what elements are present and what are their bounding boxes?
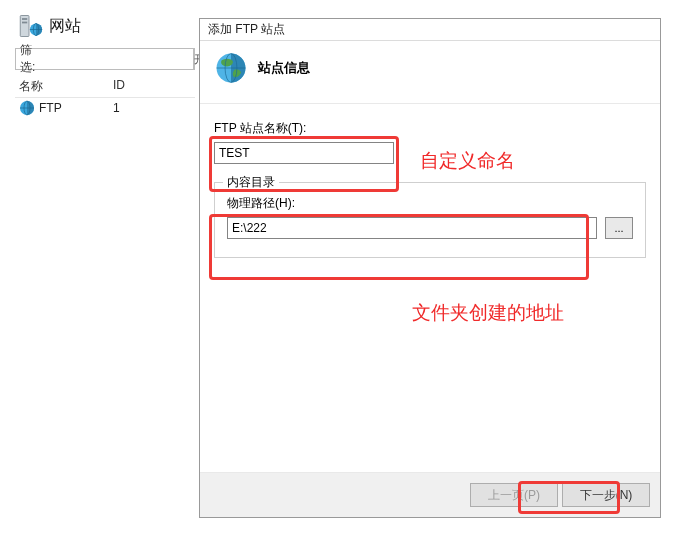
add-ftp-dialog: 添加 FTP 站点 站点信息 FTP 站点名称(T): 内容目录 物理路径(H)… bbox=[199, 18, 661, 518]
sites-panel: 网站 筛选: 开 名称 ID FTP 1 bbox=[15, 8, 195, 118]
site-name-block: FTP 站点名称(T): bbox=[214, 120, 646, 164]
filter-input[interactable] bbox=[39, 49, 193, 69]
globe-icon bbox=[214, 51, 248, 85]
browse-button[interactable]: ... bbox=[605, 217, 633, 239]
dialog-heading: 站点信息 bbox=[258, 59, 310, 77]
dialog-body: FTP 站点名称(T): 内容目录 物理路径(H): ... bbox=[200, 103, 660, 473]
list-item[interactable]: FTP 1 bbox=[15, 98, 195, 118]
col-id-header[interactable]: ID bbox=[113, 78, 195, 95]
next-button-label: 下一步(N) bbox=[580, 487, 633, 504]
col-name-header[interactable]: 名称 bbox=[15, 78, 113, 95]
physical-path-input[interactable] bbox=[227, 217, 597, 239]
dialog-header: 站点信息 bbox=[200, 41, 660, 103]
globe-icon bbox=[19, 100, 35, 116]
svg-rect-1 bbox=[22, 18, 27, 20]
sites-title: 网站 bbox=[49, 16, 81, 37]
server-icon bbox=[15, 12, 43, 40]
content-directory-label: 内容目录 bbox=[223, 174, 279, 191]
dialog-titlebar: 添加 FTP 站点 bbox=[200, 19, 660, 41]
content-directory-group: 内容目录 物理路径(H): ... bbox=[214, 182, 646, 258]
next-button[interactable]: 下一步(N) bbox=[562, 483, 650, 507]
physical-path-row: ... bbox=[227, 217, 633, 239]
browse-button-label: ... bbox=[614, 222, 623, 234]
filter-bar: 筛选: 开 bbox=[15, 48, 195, 70]
site-name-label: FTP 站点名称(T): bbox=[214, 120, 646, 137]
filter-label: 筛选: bbox=[16, 42, 39, 76]
prev-button: 上一页(P) bbox=[470, 483, 558, 507]
sites-header: 网站 bbox=[15, 8, 195, 48]
svg-rect-2 bbox=[22, 22, 27, 24]
list-item-id: 1 bbox=[113, 101, 195, 115]
list-item-name: FTP bbox=[39, 101, 62, 115]
dialog-footer: 上一页(P) 下一步(N) bbox=[200, 473, 660, 517]
dialog-title-text: 添加 FTP 站点 bbox=[208, 21, 285, 38]
sites-list-header: 名称 ID bbox=[15, 76, 195, 98]
site-name-input[interactable] bbox=[214, 142, 394, 164]
prev-button-label: 上一页(P) bbox=[488, 487, 540, 504]
physical-path-label: 物理路径(H): bbox=[227, 195, 633, 212]
